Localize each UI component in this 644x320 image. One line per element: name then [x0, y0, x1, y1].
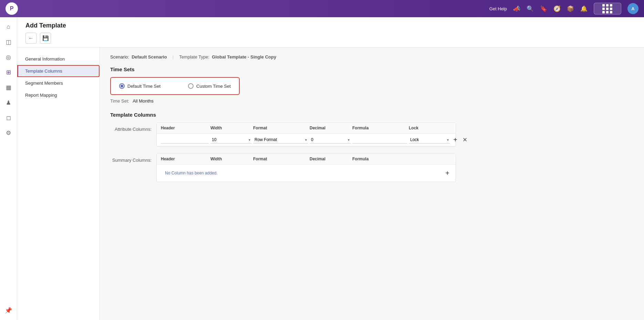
- attr-cell-decimal: 0 1 2 ▾: [310, 136, 351, 143]
- sidenav-template-columns[interactable]: Template Columns: [17, 65, 100, 77]
- app-logo[interactable]: P: [6, 2, 18, 15]
- attr-col-header-row: Header Width Format Decimal Formula Lock: [157, 123, 456, 134]
- sidebar-icon-chart[interactable]: ▦: [2, 81, 15, 94]
- apps-grid-icon: [602, 4, 613, 13]
- template-columns-title: Template Columns: [110, 112, 634, 118]
- attr-formula-input[interactable]: [352, 136, 407, 143]
- summary-columns-table: Header Width Format Decimal Formula No C…: [156, 153, 456, 182]
- attr-header-input[interactable]: [161, 136, 209, 143]
- sidenav-segment-members[interactable]: Segment Members: [17, 77, 100, 89]
- compass-icon[interactable]: 🧭: [553, 5, 561, 12]
- attr-col-hdr-format: Format: [253, 126, 308, 130]
- avatar[interactable]: A: [627, 3, 638, 14]
- attr-decimal-select[interactable]: 0 1 2: [310, 136, 351, 143]
- attr-cell-header: [161, 136, 209, 143]
- sidebar-icon-home[interactable]: ⌂: [2, 21, 15, 33]
- sidebar-icon-grid[interactable]: ⊞: [2, 66, 15, 78]
- top-nav-right: Get Help 📣 🔍 🔖 🧭 📦 🔔 A: [489, 3, 638, 14]
- bookmark-icon[interactable]: 🔖: [540, 5, 547, 12]
- attr-col-hdr-formula: Formula: [352, 126, 407, 130]
- attr-cell-lock: Lock Unlock ▾: [409, 136, 450, 143]
- app-body: ⌂ ◫ ◎ ⊞ ▦ ♟ ◻ ⚙ 📌 Add Template ← 💾: [0, 17, 644, 320]
- summary-empty-row: No Column has been added. +: [157, 164, 456, 182]
- sidebar-icon-bag[interactable]: ◻: [2, 111, 15, 124]
- attr-cell-formula: [352, 136, 407, 143]
- sidebar-icon-person[interactable]: ♟: [2, 96, 15, 109]
- get-help-link[interactable]: Get Help: [489, 6, 507, 11]
- summary-columns-wrapper: Summary Columns: Header Width Format Dec…: [110, 153, 634, 182]
- sum-col-hdr-header: Header: [161, 157, 209, 161]
- template-type-label: Template Type: Global Template - Single …: [179, 54, 276, 60]
- page-toolbar: ← 💾: [25, 33, 636, 47]
- sum-col-hdr-format: Format: [253, 157, 308, 161]
- attr-table-row: 10 20 30 ▾ Row Format Number: [157, 134, 456, 146]
- sidebar-icon-settings[interactable]: ⚙: [2, 127, 15, 139]
- attr-cell-format: Row Format Number Text ▾: [253, 136, 308, 143]
- page-title: Add Template: [25, 22, 636, 29]
- radio-custom-time-set[interactable]: Custom Time Set: [188, 83, 231, 89]
- radio-default-circle: [119, 83, 125, 89]
- separator: |: [173, 54, 174, 60]
- time-sets-title: Time Sets: [110, 66, 634, 72]
- save-icon: 💾: [42, 35, 49, 41]
- no-column-text: No Column has been added.: [161, 167, 222, 179]
- attr-col-hdr-header: Header: [161, 126, 209, 130]
- radio-default-label: Default Time Set: [127, 84, 160, 89]
- sidebar-icon-target[interactable]: ◎: [2, 51, 15, 63]
- sum-col-hdr-actions: [423, 157, 440, 161]
- time-set-label: Time Set:: [110, 98, 129, 104]
- form-content: Scenario: Default Scenario | Template Ty…: [100, 47, 644, 320]
- page-body: General Information Template Columns Seg…: [17, 47, 644, 320]
- add-attr-row-button[interactable]: +: [451, 136, 459, 144]
- bell-icon[interactable]: 🔔: [580, 5, 588, 12]
- attr-col-hdr-actions: [451, 126, 469, 130]
- attr-format-select[interactable]: Row Format Number Text: [253, 136, 308, 143]
- apps-button[interactable]: [594, 3, 621, 14]
- sidebar-icon-pin[interactable]: 📌: [2, 304, 15, 317]
- summary-columns-label: Summary Columns:: [110, 153, 152, 163]
- attribute-columns-wrapper: Attribute Columns: Header Width Format D…: [110, 122, 634, 147]
- sidebar-icon-dashboard[interactable]: ◫: [2, 36, 15, 48]
- sum-col-hdr-formula: Formula: [352, 157, 421, 161]
- attr-col-hdr-decimal: Decimal: [310, 126, 351, 130]
- sidenav-report-mapping[interactable]: Report Mapping: [17, 89, 100, 101]
- attr-cell-width: 10 20 30 ▾: [210, 136, 252, 143]
- radio-custom-label: Custom Time Set: [196, 84, 231, 89]
- search-icon[interactable]: 🔍: [527, 5, 534, 12]
- summary-col-header-row: Header Width Format Decimal Formula: [157, 154, 456, 164]
- attr-lock-select[interactable]: Lock Unlock: [409, 136, 450, 143]
- attribute-columns-label: Attribute Columns:: [110, 122, 152, 132]
- radio-default-time-set[interactable]: Default Time Set: [119, 83, 160, 89]
- sidenav-general-information[interactable]: General Information: [17, 53, 100, 65]
- top-nav: P Get Help 📣 🔍 🔖 🧭 📦 🔔 A: [0, 0, 644, 17]
- back-button[interactable]: ←: [25, 33, 37, 44]
- add-summary-row-button[interactable]: +: [443, 169, 451, 177]
- time-set-value-row: Time Set: All Months: [110, 98, 634, 104]
- attr-col-hdr-lock: Lock: [409, 126, 450, 130]
- save-button[interactable]: 💾: [40, 33, 51, 44]
- sum-col-hdr-width: Width: [210, 157, 252, 161]
- sum-col-hdr-decimal: Decimal: [310, 157, 351, 161]
- scenario-label: Scenario: Default Scenario: [110, 54, 167, 60]
- time-set-value: All Months: [133, 98, 154, 104]
- megaphone-icon[interactable]: 📣: [513, 5, 520, 12]
- attribute-columns-table: Header Width Format Decimal Formula Lock: [156, 122, 456, 147]
- scenario-bar: Scenario: Default Scenario | Template Ty…: [110, 54, 634, 60]
- attr-row-actions: + ✕: [451, 136, 469, 144]
- remove-attr-row-button[interactable]: ✕: [461, 136, 469, 144]
- page-header: Add Template ← 💾: [17, 17, 644, 47]
- cube-icon[interactable]: 📦: [567, 5, 574, 12]
- content-area: Add Template ← 💾 General Information Tem…: [17, 17, 644, 320]
- template-columns-section: Template Columns Attribute Columns: Head…: [110, 112, 634, 182]
- time-sets-box: Default Time Set Custom Time Set: [110, 77, 240, 95]
- radio-custom-circle: [188, 83, 194, 89]
- attr-col-hdr-width: Width: [210, 126, 252, 130]
- icon-sidebar: ⌂ ◫ ◎ ⊞ ▦ ♟ ◻ ⚙ 📌: [0, 17, 17, 320]
- side-nav: General Information Template Columns Seg…: [17, 47, 100, 320]
- attr-width-select[interactable]: 10 20 30: [210, 136, 252, 143]
